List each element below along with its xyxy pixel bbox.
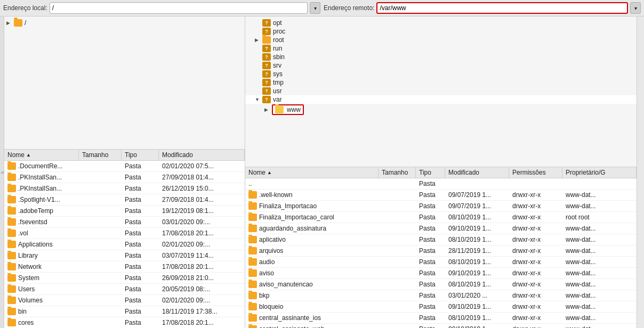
left-col-header-modified[interactable]: Modificado (159, 150, 245, 160)
right-file-modified-cell: 28/11/2019 1... (445, 246, 509, 256)
left-file-name-cell: cores (4, 318, 79, 327)
right-col-header-modified[interactable]: Modificado (445, 167, 509, 178)
left-file-row[interactable]: bin Pasta 18/11/2019 17:38... (4, 306, 245, 317)
left-file-type-cell: Pasta (122, 184, 159, 193)
right-file-owner-cell: www-dat... (562, 280, 637, 289)
right-file-size-cell (379, 272, 416, 274)
right-tree-item[interactable]: ? run (245, 44, 637, 53)
right-col-header-size[interactable]: Tamanho (379, 167, 416, 178)
right-file-modified-cell (445, 183, 509, 185)
right-file-name-cell: bkp (245, 291, 379, 300)
left-file-modified-cell: 27/09/2018 01:4... (159, 195, 245, 204)
right-file-row[interactable]: audio Pasta 08/10/2019 1... drwxr-xr-x w… (245, 257, 637, 268)
left-file-row[interactable]: Volumes Pasta 02/01/2020 09:... (4, 295, 245, 306)
left-file-name-cell: .PKInstallSan... (4, 184, 79, 193)
right-file-modified-cell: 09/07/2019 1... (445, 201, 509, 211)
left-file-name-cell: Network (4, 262, 79, 272)
right-file-row[interactable]: .well-known Pasta 09/07/2019 1... drwxr-… (245, 190, 637, 201)
right-tree-item[interactable]: ? tmp (245, 78, 637, 87)
tree-item-wrapper: www (272, 104, 304, 115)
right-file-type-cell: Pasta (416, 313, 445, 323)
left-file-row[interactable]: Network Pasta 17/08/2018 20:1... (4, 261, 245, 273)
tree-item-label: run (273, 45, 282, 52)
local-address-dropdown[interactable]: ▾ (310, 2, 320, 14)
left-col-header-type[interactable]: Tipo (122, 150, 159, 160)
right-file-row[interactable]: bloqueio Pasta 09/10/2019 1... drwxr-xr-… (245, 301, 637, 313)
right-file-type-cell: Pasta (416, 179, 445, 188)
right-file-owner-cell: www-dat... (562, 235, 637, 244)
right-file-row[interactable]: aviso_manutencao Pasta 08/10/2019 1... d… (245, 279, 637, 290)
left-sidebar-strip: s (0, 17, 4, 328)
left-file-name-cell: .vol (4, 228, 79, 238)
remote-address-dropdown[interactable]: ▾ (630, 2, 641, 14)
right-scrollbar[interactable] (637, 17, 644, 328)
left-file-type-cell: Pasta (122, 240, 159, 249)
right-file-row[interactable]: aguardando_assinatura Pasta 09/10/2019 1… (245, 223, 637, 234)
left-file-row[interactable]: .DocumentRe... Pasta 02/01/2020 07:5... (4, 161, 245, 172)
left-file-row[interactable]: .PKInstallSan... Pasta 27/09/2018 01:4..… (4, 172, 245, 183)
remote-address-group: Endereço remoto: ▾ (324, 2, 641, 14)
right-tree-item[interactable]: ▶ www (245, 104, 637, 116)
right-tree-item[interactable]: ? sys (245, 70, 637, 78)
right-file-row[interactable]: .. Pasta (245, 178, 637, 190)
right-file-row[interactable]: bkp Pasta 03/01/2020 ... drwxr-xr-x www-… (245, 290, 637, 301)
left-file-size-cell (79, 299, 122, 301)
right-tree: ? opt ? proc ▶ root ? run ? sbin ? srv ?… (245, 17, 637, 167)
local-address-input[interactable] (50, 2, 308, 14)
left-file-row[interactable]: .Spotlight-V1... Pasta 27/09/2018 01:4..… (4, 194, 245, 206)
tree-item-label: sys (273, 70, 283, 78)
right-file-size-cell (379, 306, 416, 308)
right-file-row[interactable]: aviso Pasta 09/10/2019 1... drwxr-xr-x w… (245, 268, 637, 279)
right-col-header-name[interactable]: Nome ▲ (245, 167, 379, 178)
left-file-row[interactable]: .PKInstallSan... Pasta 26/12/2019 15:0..… (4, 183, 245, 194)
right-tree-item[interactable]: ? usr (245, 87, 637, 95)
left-file-name-cell: Users (4, 284, 79, 294)
left-file-row[interactable]: .vol Pasta 17/08/2018 20:1... (4, 228, 245, 239)
left-file-row[interactable]: .adobeTemp Pasta 19/12/2019 08:1... (4, 206, 245, 217)
left-file-size-cell (79, 176, 122, 178)
right-tree-item[interactable]: ? proc (245, 27, 637, 36)
remote-address-input[interactable] (376, 2, 628, 14)
folder-icon (262, 36, 271, 44)
folder-open-icon (275, 106, 284, 113)
local-address-label: Endereço local: (3, 4, 47, 12)
left-file-type-cell: Pasta (122, 161, 159, 171)
left-file-name-cell: Volumes (4, 296, 79, 305)
right-file-owner-cell: root root (562, 212, 637, 222)
left-file-row[interactable]: cores Pasta 17/08/2018 20:1... (4, 317, 245, 328)
right-file-name-cell: .well-known (245, 190, 379, 200)
left-col-header-size[interactable]: Tamanho (79, 150, 122, 160)
right-file-row[interactable]: Finaliza_Importacao Pasta 09/07/2019 1..… (245, 201, 637, 212)
right-file-row[interactable]: arquivos Pasta 28/11/2019 1... drwxr-xr-… (245, 245, 637, 257)
question-icon: ? (262, 19, 271, 27)
right-file-row[interactable]: central_assinante_web Pasta 08/10/2019 1… (245, 324, 637, 329)
right-file-row[interactable]: aplicativo Pasta 08/10/2019 1... drwxr-x… (245, 234, 637, 245)
question-icon: ? (262, 96, 271, 103)
left-file-row[interactable]: Library Pasta 03/07/2019 11:4... (4, 250, 245, 261)
left-file-row[interactable]: Users Pasta 20/05/2019 08:... (4, 284, 245, 295)
left-col-header-name[interactable]: Nome ▲ (4, 150, 79, 160)
left-file-name-cell: Applications (4, 240, 79, 249)
right-tree-item[interactable]: ▼ ? var (245, 95, 637, 104)
right-file-name-cell: central_assinante_ios (245, 313, 379, 323)
right-file-row[interactable]: Finaliza_Importacao_carol Pasta 08/10/20… (245, 212, 637, 223)
sidebar-label: s (0, 171, 5, 174)
right-col-header-permissions[interactable]: Permissões (509, 167, 562, 178)
left-file-type-cell: Pasta (122, 195, 159, 204)
right-tree-item[interactable]: ▶ root (245, 36, 637, 44)
left-file-type-cell: Pasta (122, 206, 159, 216)
right-file-list-header: Nome ▲ Tamanho Tipo Modificado Permissõe… (245, 167, 637, 178)
right-file-row[interactable]: central_assinante_ios Pasta 08/10/2019 1… (245, 313, 637, 324)
tree-label-root: / (25, 19, 26, 27)
right-tree-item[interactable]: ? opt (245, 19, 637, 27)
left-tree-root[interactable]: ▶ / (4, 19, 245, 27)
right-col-header-owner[interactable]: Proprietário/G (562, 167, 637, 178)
right-tree-item[interactable]: ? srv (245, 61, 637, 70)
left-file-type-cell: Pasta (122, 217, 159, 227)
left-file-row[interactable]: System Pasta 26/09/2018 21:0... (4, 273, 245, 284)
left-file-row[interactable]: Applications Pasta 02/01/2020 09:... (4, 239, 245, 250)
left-file-row[interactable]: .fseventsd Pasta 03/01/2020 09:... (4, 217, 245, 228)
right-col-header-type[interactable]: Tipo (416, 167, 445, 178)
right-tree-item[interactable]: ? sbin (245, 53, 637, 61)
left-file-size-cell (79, 221, 122, 223)
